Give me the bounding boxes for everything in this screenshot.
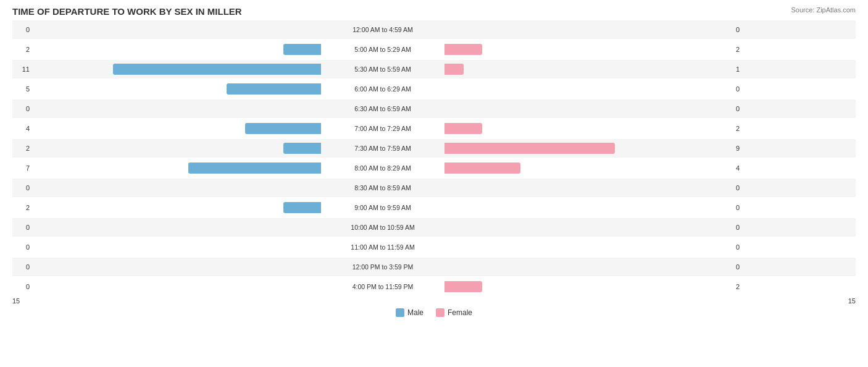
time-label: 10:00 AM to 10:59 AM bbox=[321, 224, 444, 231]
male-value: 0 bbox=[12, 184, 30, 192]
right-bar-section: 9 bbox=[444, 139, 753, 158]
female-bar bbox=[444, 281, 482, 292]
chart-row: 012:00 PM to 3:59 PM0 bbox=[12, 258, 856, 276]
chart-row: 56:00 AM to 6:29 AM0 bbox=[12, 80, 856, 98]
source-text: Source: ZipAtlas.com bbox=[791, 6, 856, 14]
male-value: 2 bbox=[12, 145, 30, 152]
time-label: 8:00 AM to 8:29 AM bbox=[321, 164, 444, 172]
left-bar-section: 0 bbox=[12, 179, 321, 197]
axis-min-left: 15 bbox=[12, 297, 20, 305]
female-value: 1 bbox=[736, 65, 753, 73]
left-bar-wrap bbox=[32, 261, 321, 272]
time-label: 11:00 AM to 11:59 AM bbox=[321, 243, 444, 251]
legend-female: Female bbox=[436, 308, 472, 317]
left-bar-section: 4 bbox=[12, 119, 321, 138]
female-bar bbox=[444, 162, 520, 174]
right-bar-section: 0 bbox=[444, 218, 753, 237]
left-bar-wrap bbox=[32, 103, 321, 114]
male-value: 2 bbox=[12, 46, 30, 53]
male-value: 0 bbox=[12, 263, 30, 271]
female-value: 4 bbox=[736, 164, 753, 172]
right-bar-wrap bbox=[444, 24, 733, 35]
time-label: 12:00 PM to 3:59 PM bbox=[321, 263, 444, 271]
chart-container: TIME OF DEPARTURE TO WORK BY SEX IN MILL… bbox=[0, 0, 868, 367]
female-bar bbox=[444, 123, 482, 134]
time-label: 6:30 AM to 6:59 AM bbox=[321, 105, 444, 112]
right-bar-wrap bbox=[444, 83, 733, 95]
female-value: 0 bbox=[736, 184, 753, 192]
right-bar-section: 2 bbox=[444, 277, 753, 296]
time-label: 7:30 AM to 7:59 AM bbox=[321, 145, 444, 152]
female-value: 0 bbox=[736, 105, 753, 112]
chart-row: 010:00 AM to 10:59 AM0 bbox=[12, 218, 856, 237]
female-value: 2 bbox=[736, 46, 753, 53]
legend-male-box bbox=[396, 308, 404, 317]
left-bar-wrap bbox=[32, 162, 321, 174]
legend-row: Male Female bbox=[12, 308, 856, 317]
chart-row: 47:00 AM to 7:29 AM2 bbox=[12, 119, 856, 138]
male-bar bbox=[113, 64, 321, 75]
chart-row: 29:00 AM to 9:59 AM0 bbox=[12, 198, 856, 217]
left-bar-section: 11 bbox=[12, 60, 321, 78]
time-label: 5:30 AM to 5:59 AM bbox=[321, 65, 444, 73]
female-value: 2 bbox=[736, 125, 753, 132]
chart-row: 27:30 AM to 7:59 AM9 bbox=[12, 139, 856, 158]
right-bar-section: 0 bbox=[444, 198, 753, 217]
time-label: 9:00 AM to 9:59 AM bbox=[321, 204, 444, 211]
male-value: 0 bbox=[12, 26, 30, 33]
left-bar-section: 7 bbox=[12, 159, 321, 177]
left-bar-wrap bbox=[32, 182, 321, 193]
female-value: 9 bbox=[736, 145, 753, 152]
legend-female-box bbox=[436, 308, 444, 317]
right-bar-section: 0 bbox=[444, 258, 753, 276]
right-bar-wrap bbox=[444, 64, 733, 75]
right-bar-wrap bbox=[444, 222, 733, 233]
time-label: 6:00 AM to 6:29 AM bbox=[321, 85, 444, 93]
male-bar bbox=[188, 162, 321, 174]
legend-male: Male bbox=[396, 308, 424, 317]
chart-row: 04:00 PM to 11:59 PM2 bbox=[12, 277, 856, 296]
chart-row: 012:00 AM to 4:59 AM0 bbox=[12, 20, 856, 39]
female-bar bbox=[444, 64, 464, 75]
male-value: 5 bbox=[12, 85, 30, 93]
left-bar-section: 5 bbox=[12, 80, 321, 98]
time-label: 8:30 AM to 8:59 AM bbox=[321, 184, 444, 192]
left-bar-wrap bbox=[32, 64, 321, 75]
right-bar-wrap bbox=[444, 202, 733, 213]
left-bar-section: 0 bbox=[12, 238, 321, 256]
chart-row: 011:00 AM to 11:59 AM0 bbox=[12, 238, 856, 256]
chart-row: 25:00 AM to 5:29 AM2 bbox=[12, 40, 856, 59]
right-bar-section: 2 bbox=[444, 40, 753, 59]
left-bar-section: 2 bbox=[12, 40, 321, 59]
right-bar-section: 0 bbox=[444, 99, 753, 118]
male-value: 4 bbox=[12, 125, 30, 132]
female-value: 2 bbox=[736, 283, 753, 290]
left-bar-section: 2 bbox=[12, 139, 321, 158]
male-bar bbox=[283, 202, 321, 213]
female-value: 0 bbox=[736, 224, 753, 231]
right-bar-wrap bbox=[444, 182, 733, 193]
left-bar-wrap bbox=[32, 242, 321, 253]
left-bar-wrap bbox=[32, 123, 321, 134]
time-label: 7:00 AM to 7:29 AM bbox=[321, 125, 444, 132]
left-bar-wrap bbox=[32, 281, 321, 292]
right-bar-wrap bbox=[444, 123, 733, 134]
right-bar-wrap bbox=[444, 281, 733, 292]
left-bar-section: 2 bbox=[12, 198, 321, 217]
male-bar bbox=[283, 44, 321, 55]
title-row: TIME OF DEPARTURE TO WORK BY SEX IN MILL… bbox=[12, 6, 856, 17]
right-bar-section: 0 bbox=[444, 80, 753, 98]
male-bar bbox=[227, 83, 321, 95]
chart-row: 115:30 AM to 5:59 AM1 bbox=[12, 60, 856, 78]
male-value: 0 bbox=[12, 224, 30, 231]
right-bar-wrap bbox=[444, 103, 733, 114]
male-bar bbox=[245, 123, 321, 134]
chart-rows-container: 012:00 AM to 4:59 AM025:00 AM to 5:29 AM… bbox=[12, 20, 856, 296]
male-value: 7 bbox=[12, 164, 30, 172]
right-bar-section: 1 bbox=[444, 60, 753, 78]
left-bar-wrap bbox=[32, 143, 321, 154]
female-bar bbox=[444, 143, 615, 154]
time-label: 4:00 PM to 11:59 PM bbox=[321, 283, 444, 290]
left-bar-wrap bbox=[32, 222, 321, 233]
female-value: 0 bbox=[736, 243, 753, 251]
